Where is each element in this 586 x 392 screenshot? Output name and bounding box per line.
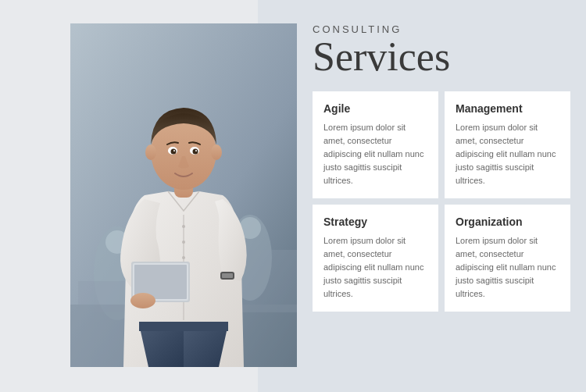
svg-rect-29 [222,273,233,278]
svg-point-26 [145,144,156,160]
card-strategy-text: Lorem ipsum dolor sit amet, consectetur … [323,234,427,301]
card-management-title: Management [456,102,559,115]
card-agile-text: Lorem ipsum dolor sit amet, consectetur … [323,121,427,187]
page: CONSULTING Services Agile Lorem ipsum do… [0,0,586,392]
svg-rect-17 [139,322,228,331]
svg-point-12 [182,256,185,259]
svg-point-24 [173,150,175,151]
card-strategy-title: Strategy [323,216,427,228]
photo-container [70,23,297,367]
right-content: CONSULTING Services Agile Lorem ipsum do… [313,23,570,312]
svg-point-22 [171,149,177,155]
svg-point-10 [182,225,185,228]
consulting-label: CONSULTING [313,23,570,35]
svg-point-25 [195,150,197,151]
card-strategy: Strategy Lorem ipsum dolor sit amet, con… [313,205,438,312]
card-organization: Organization Lorem ipsum dolor sit amet,… [445,205,570,312]
card-management: Management Lorem ipsum dolor sit amet, c… [445,91,570,198]
cards-grid: Agile Lorem ipsum dolor sit amet, consec… [313,91,570,312]
card-management-text: Lorem ipsum dolor sit amet, consectetur … [456,121,559,187]
card-organization-text: Lorem ipsum dolor sit amet, consectetur … [456,234,559,301]
card-organization-title: Organization [456,216,559,228]
svg-point-23 [193,149,198,155]
services-title: Services [313,37,570,77]
card-agile-title: Agile [323,102,427,115]
svg-point-11 [182,241,185,244]
svg-point-27 [211,144,222,160]
svg-point-16 [130,293,155,308]
card-agile: Agile Lorem ipsum dolor sit amet, consec… [313,91,438,198]
person-photo [70,23,297,367]
